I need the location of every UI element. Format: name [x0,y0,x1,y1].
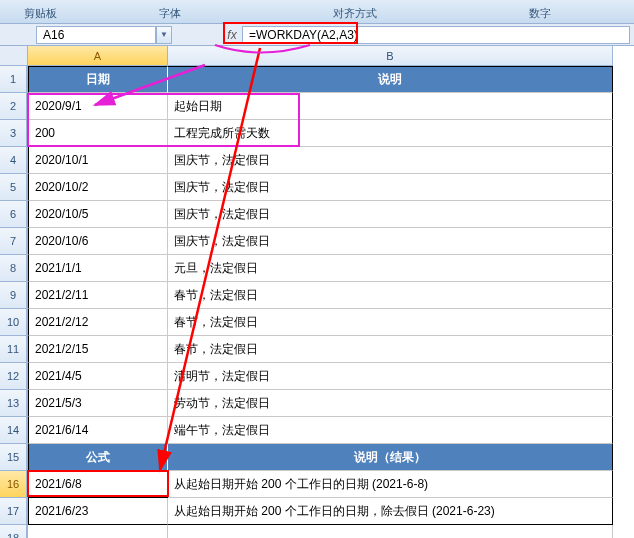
cell[interactable]: 2021/2/12 [28,309,168,336]
active-cell[interactable]: 2021/6/8 [28,471,168,498]
cell[interactable]: 元旦，法定假日 [168,255,613,282]
cell[interactable]: 说明（结果） [168,444,613,471]
cell[interactable]: 从起始日期开始 200 个工作日的日期，除去假日 (2021-6-23) [168,498,613,525]
row-headers: 1 2 3 4 5 6 7 8 9 10 11 12 13 14 15 16 1… [0,46,28,538]
cell[interactable]: 国庆节，法定假日 [168,228,613,255]
cell[interactable]: 2021/2/11 [28,282,168,309]
row-header[interactable]: 2 [0,93,27,120]
ribbon-group-number[interactable]: 数字 [450,6,630,23]
row-header[interactable]: 4 [0,147,27,174]
cell[interactable]: 国庆节，法定假日 [168,147,613,174]
cell[interactable]: 日期 [28,66,168,93]
cell[interactable]: 春节，法定假日 [168,282,613,309]
cell[interactable]: 劳动节，法定假日 [168,390,613,417]
cell[interactable]: 国庆节，法定假日 [168,201,613,228]
ribbon: 剪贴板 字体 对齐方式 数字 [0,0,634,24]
cell[interactable]: 2020/10/2 [28,174,168,201]
cell[interactable]: 2020/10/6 [28,228,168,255]
cell[interactable]: 200 [28,120,168,147]
cell[interactable]: 春节，法定假日 [168,309,613,336]
row-header[interactable]: 12 [0,363,27,390]
cell[interactable]: 2020/10/1 [28,147,168,174]
fx-icon[interactable]: fx [222,28,242,42]
formula-input[interactable]: =WORKDAY(A2,A3) [242,26,630,44]
cell[interactable]: 2021/6/14 [28,417,168,444]
ribbon-group-alignment[interactable]: 对齐方式 [260,6,450,23]
row-header[interactable]: 14 [0,417,27,444]
cell[interactable]: 从起始日期开始 200 个工作日的日期 (2021-6-8) [168,471,613,498]
grid: A B 日期说明 2020/9/1起始日期 200工程完成所需天数 2020/1… [28,46,634,538]
cell[interactable]: 清明节，法定假日 [168,363,613,390]
row-header[interactable]: 18 [0,525,27,538]
row-header[interactable]: 6 [0,201,27,228]
cell[interactable] [28,525,168,538]
row-header[interactable]: 17 [0,498,27,525]
spreadsheet: 1 2 3 4 5 6 7 8 9 10 11 12 13 14 15 16 1… [0,46,634,538]
cell[interactable]: 国庆节，法定假日 [168,174,613,201]
name-box-dropdown[interactable]: ▼ [156,26,172,44]
select-all-corner[interactable] [0,46,27,66]
row-header[interactable]: 10 [0,309,27,336]
ribbon-group-clipboard[interactable]: 剪贴板 [0,6,80,23]
row-header[interactable]: 16 [0,471,27,498]
row-header[interactable]: 15 [0,444,27,471]
cell[interactable]: 2021/6/23 [28,498,168,525]
row-header[interactable]: 5 [0,174,27,201]
row-header[interactable]: 3 [0,120,27,147]
name-box[interactable]: A16 [36,26,156,44]
col-header-b[interactable]: B [168,46,613,66]
cell[interactable]: 端午节，法定假日 [168,417,613,444]
cell[interactable]: 起始日期 [168,93,613,120]
formula-bar: A16 ▼ fx =WORKDAY(A2,A3) [0,24,634,46]
cell[interactable]: 春节，法定假日 [168,336,613,363]
cell[interactable]: 2020/10/5 [28,201,168,228]
col-header-a[interactable]: A [28,46,168,66]
row-header[interactable]: 7 [0,228,27,255]
cell[interactable]: 2021/5/3 [28,390,168,417]
cell[interactable]: 说明 [168,66,613,93]
cell[interactable]: 工程完成所需天数 [168,120,613,147]
ribbon-group-font[interactable]: 字体 [80,6,260,23]
row-header[interactable]: 1 [0,66,27,93]
cell[interactable]: 2020/9/1 [28,93,168,120]
row-header[interactable]: 11 [0,336,27,363]
cell[interactable]: 2021/4/5 [28,363,168,390]
cell[interactable]: 2021/1/1 [28,255,168,282]
row-header[interactable]: 13 [0,390,27,417]
cell[interactable]: 2021/2/15 [28,336,168,363]
cell[interactable]: 公式 [28,444,168,471]
row-header[interactable]: 8 [0,255,27,282]
row-header[interactable]: 9 [0,282,27,309]
cell[interactable] [168,525,613,538]
